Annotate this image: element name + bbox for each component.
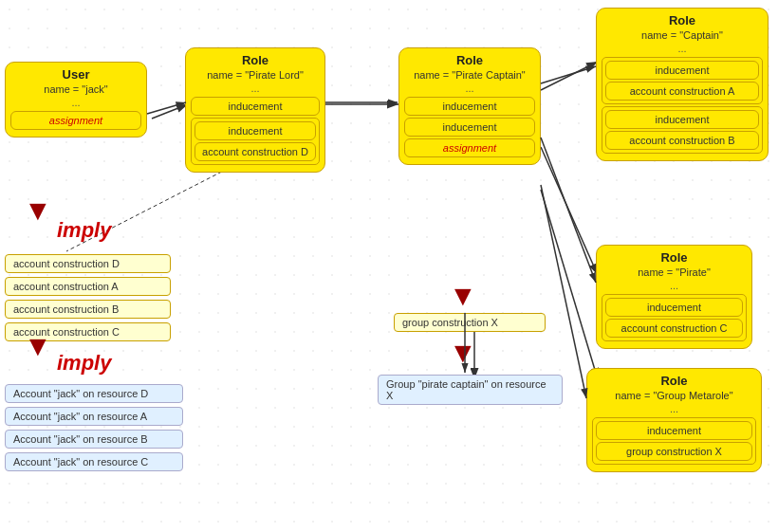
output-jack-d: Account "jack" on resource D: [5, 384, 183, 403]
captain-attr: name = "Captain": [602, 29, 763, 41]
output-acct-a: account construction A: [5, 277, 171, 296]
imply-arrow-2: ▼: [24, 330, 52, 362]
user-dots: ...: [10, 97, 141, 108]
user-box: User name = "jack" ... assignment: [5, 62, 147, 138]
svg-line-15: [541, 138, 596, 283]
output-jack-c: Account "jack" on resource C: [5, 452, 183, 471]
output-acct-b: account construction B: [5, 300, 171, 319]
captain-inducement1: inducement: [605, 61, 759, 80]
output-jack-a: Account "jack" on resource A: [5, 407, 183, 426]
svg-line-16: [541, 185, 586, 398]
group-metarole-inducement: inducement: [596, 421, 752, 440]
svg-line-6: [541, 62, 598, 90]
group-metarole-attr: name = "Group Metarole": [592, 390, 756, 401]
user-title: User: [10, 67, 141, 82]
output-jack-b: Account "jack" on resource B: [5, 430, 183, 449]
captain-acct-b: account construction B: [605, 131, 759, 150]
svg-line-7: [541, 147, 598, 275]
pirate-lord-dots: ...: [191, 83, 320, 94]
imply-arrow-middle: ▼: [449, 280, 477, 312]
role-group-metarole-box: Role name = "Group Metarole" ... inducem…: [586, 368, 762, 472]
imply-arrow-middle-2: ▼: [449, 337, 477, 369]
pirate-captain-title: Role: [404, 53, 535, 67]
group-metarole-title: Role: [592, 374, 756, 388]
diagram-area: User name = "jack" ... assignment Role n…: [0, 0, 778, 532]
imply-label-2: imply: [57, 351, 111, 376]
captain-acct-a: account construction A: [605, 82, 759, 101]
pirate-inducement: inducement: [605, 298, 743, 317]
captain-inducement2: inducement: [605, 110, 759, 129]
group-metarole-dots: ...: [592, 403, 756, 414]
pirate-captain-inducement1: inducement: [404, 97, 535, 116]
role-pirate-box: Role name = "Pirate" ... inducement acco…: [596, 245, 752, 349]
pirate-captain-inducement2: inducement: [404, 118, 535, 137]
svg-line-14: [541, 66, 596, 83]
pirate-lord-acct-d: account construction D: [194, 142, 316, 161]
role-pirate-lord-box: Role name = "Pirate Lord" ... inducement…: [185, 47, 325, 173]
user-attr: name = "jack": [10, 83, 141, 95]
role-pirate-captain-box: Role name = "Pirate Captain" ... inducem…: [398, 47, 541, 165]
pirate-acct-c: account construction C: [605, 319, 743, 338]
pirate-lord-title: Role: [191, 53, 320, 67]
user-assignment: assignment: [10, 111, 141, 130]
pirate-captain-attr: name = "Pirate Captain": [404, 69, 535, 81]
pirate-dots: ...: [602, 280, 747, 291]
svg-line-12: [147, 102, 186, 114]
group-metarole-group-x: group construction X: [596, 442, 752, 461]
imply-label-1: imply: [57, 218, 111, 243]
pirate-lord-inducement1: inducement: [191, 97, 320, 116]
svg-line-4: [152, 104, 188, 119]
role-captain-box: Role name = "Captain" ... inducement acc…: [596, 8, 769, 161]
output-acct-d: account construction D: [5, 254, 171, 273]
pirate-attr: name = "Pirate": [602, 266, 747, 278]
group-pirate-captain-box: Group "pirate captain" on resource X: [378, 375, 563, 405]
pirate-lord-inducement2: inducement: [194, 121, 316, 140]
svg-line-8: [541, 190, 598, 379]
captain-dots: ...: [602, 43, 763, 54]
pirate-captain-assignment: assignment: [404, 138, 535, 157]
group-construction-x-box: group construction X: [394, 313, 546, 332]
captain-title: Role: [602, 13, 763, 28]
imply-arrow-1: ▼: [24, 194, 52, 227]
pirate-lord-attr: name = "Pirate Lord": [191, 69, 320, 81]
pirate-title: Role: [602, 250, 747, 265]
pirate-captain-dots: ...: [404, 83, 535, 94]
